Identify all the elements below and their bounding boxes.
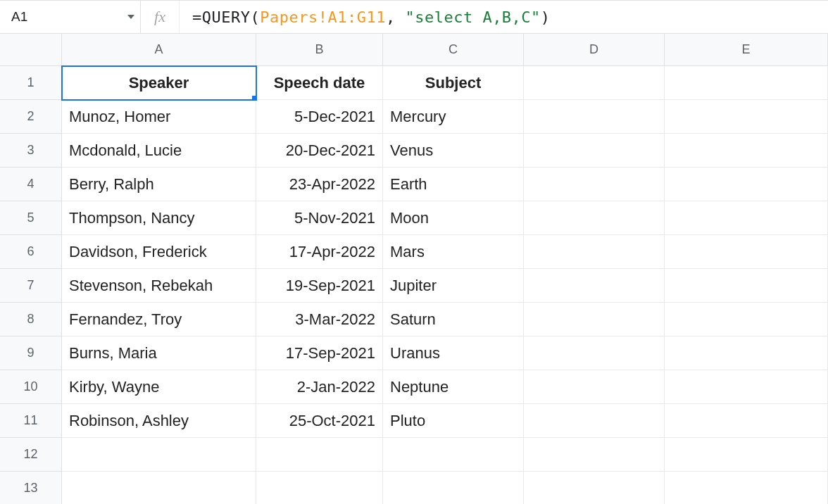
cell-A6[interactable]: Davidson, Frederick [62, 235, 256, 269]
cell-C6[interactable]: Mars [383, 235, 524, 269]
formula-token-eq: = [192, 8, 202, 26]
cell-C3[interactable]: Venus [383, 134, 524, 168]
cell-C9[interactable]: Uranus [383, 336, 524, 370]
cell-E3[interactable] [665, 134, 828, 168]
row-header-5[interactable]: 5 [0, 201, 62, 235]
cell-C2[interactable]: Mercury [383, 100, 524, 134]
cell-E8[interactable] [665, 303, 828, 336]
cell-C1[interactable]: Subject [383, 66, 524, 100]
cell-D13[interactable] [524, 472, 665, 504]
name-box-value: A1 [8, 9, 123, 25]
cell-B4[interactable]: 23-Apr-2022 [256, 168, 383, 201]
row-header-13[interactable]: 13 [0, 472, 62, 504]
row-header-8[interactable]: 8 [0, 303, 62, 336]
cell-B9[interactable]: 17-Sep-2021 [256, 336, 383, 370]
row-header-7[interactable]: 7 [0, 269, 62, 303]
chevron-down-icon[interactable] [127, 15, 134, 19]
cell-D6[interactable] [524, 235, 665, 269]
cell-A9[interactable]: Burns, Maria [62, 336, 256, 370]
col-header-D[interactable]: D [524, 34, 665, 66]
row-header-3[interactable]: 3 [0, 134, 62, 168]
cell-B11[interactable]: 25-Oct-2021 [256, 404, 383, 438]
cell-E4[interactable] [665, 168, 828, 201]
row-11: 11Robinson, Ashley25-Oct-2021Pluto [0, 404, 828, 438]
formula-token-fn: QUERY [202, 8, 251, 26]
row-header-4[interactable]: 4 [0, 168, 62, 201]
cell-B7[interactable]: 19-Sep-2021 [256, 269, 383, 303]
cell-A11[interactable]: Robinson, Ashley [62, 404, 256, 438]
cell-A5[interactable]: Thompson, Nancy [62, 201, 256, 235]
cell-B3[interactable]: 20-Dec-2021 [256, 134, 383, 168]
cell-A13[interactable] [62, 472, 256, 504]
row-header-6[interactable]: 6 [0, 235, 62, 269]
cell-A3[interactable]: Mcdonald, Lucie [62, 134, 256, 168]
cell-D7[interactable] [524, 269, 665, 303]
cell-D2[interactable] [524, 100, 665, 134]
cell-A4[interactable]: Berry, Ralph [62, 168, 256, 201]
cell-C13[interactable] [383, 472, 524, 504]
cell-D1[interactable] [524, 66, 665, 100]
row-header-1[interactable]: 1 [0, 66, 62, 100]
cell-E1[interactable] [665, 66, 828, 100]
cell-E5[interactable] [665, 201, 828, 235]
cell-D5[interactable] [524, 201, 665, 235]
cell-D9[interactable] [524, 336, 665, 370]
cell-D11[interactable] [524, 404, 665, 438]
cell-C4[interactable]: Earth [383, 168, 524, 201]
fx-icon[interactable]: fx [141, 1, 180, 33]
cell-D8[interactable] [524, 303, 665, 336]
cell-B10[interactable]: 2-Jan-2022 [256, 370, 383, 404]
col-header-A[interactable]: A [62, 34, 256, 66]
row-header-11[interactable]: 11 [0, 404, 62, 438]
row-8: 8Fernandez, Troy3-Mar-2022Saturn [0, 303, 828, 336]
row-header-9[interactable]: 9 [0, 336, 62, 370]
cell-C8[interactable]: Saturn [383, 303, 524, 336]
name-box[interactable]: A1 [0, 1, 141, 33]
row-header-12[interactable]: 12 [0, 438, 62, 472]
cell-C12[interactable] [383, 438, 524, 472]
row-6: 6Davidson, Frederick17-Apr-2022Mars [0, 235, 828, 269]
cell-B1[interactable]: Speech date [256, 66, 383, 100]
row-9: 9Burns, Maria17-Sep-2021Uranus [0, 336, 828, 370]
cell-B6[interactable]: 17-Apr-2022 [256, 235, 383, 269]
cell-A8[interactable]: Fernandez, Troy [62, 303, 256, 336]
cell-B2[interactable]: 5-Dec-2021 [256, 100, 383, 134]
cell-B8[interactable]: 3-Mar-2022 [256, 303, 383, 336]
cell-C10[interactable]: Neptune [383, 370, 524, 404]
cell-E6[interactable] [665, 235, 828, 269]
cell-A7[interactable]: Stevenson, Rebekah [62, 269, 256, 303]
cell-B12[interactable] [256, 438, 383, 472]
cell-A2[interactable]: Munoz, Homer [62, 100, 256, 134]
formula-token-range: Papers!A1:G11 [260, 8, 386, 26]
col-header-E[interactable]: E [665, 34, 828, 66]
cell-D12[interactable] [524, 438, 665, 472]
cell-E9[interactable] [665, 336, 828, 370]
formula-input[interactable]: = QUERY ( Papers!A1:G11 , "select A,B,C"… [180, 1, 828, 33]
cell-D10[interactable] [524, 370, 665, 404]
cell-D4[interactable] [524, 168, 665, 201]
cell-B5[interactable]: 5-Nov-2021 [256, 201, 383, 235]
row-header-10[interactable]: 10 [0, 370, 62, 404]
cell-A12[interactable] [62, 438, 256, 472]
cell-E7[interactable] [665, 269, 828, 303]
cell-C5[interactable]: Moon [383, 201, 524, 235]
cell-C7[interactable]: Jupiter [383, 269, 524, 303]
col-header-C[interactable]: C [383, 34, 524, 66]
row-12: 12 [0, 438, 828, 472]
spreadsheet-grid[interactable]: A B C D E 1SpeakerSpeech dateSubject2Mun… [0, 34, 828, 504]
cell-E11[interactable] [665, 404, 828, 438]
cell-E13[interactable] [665, 472, 828, 504]
cell-C11[interactable]: Pluto [383, 404, 524, 438]
cell-E2[interactable] [665, 100, 828, 134]
row-10: 10Kirby, Wayne2-Jan-2022Neptune [0, 370, 828, 404]
cell-E10[interactable] [665, 370, 828, 404]
row-header-2[interactable]: 2 [0, 100, 62, 134]
row-5: 5Thompson, Nancy5-Nov-2021Moon [0, 201, 828, 235]
col-header-B[interactable]: B [256, 34, 383, 66]
cell-B13[interactable] [256, 472, 383, 504]
cell-E12[interactable] [665, 438, 828, 472]
cell-A1[interactable]: Speaker [62, 66, 256, 100]
cell-D3[interactable] [524, 134, 665, 168]
select-all-corner[interactable] [0, 34, 62, 66]
cell-A10[interactable]: Kirby, Wayne [62, 370, 256, 404]
